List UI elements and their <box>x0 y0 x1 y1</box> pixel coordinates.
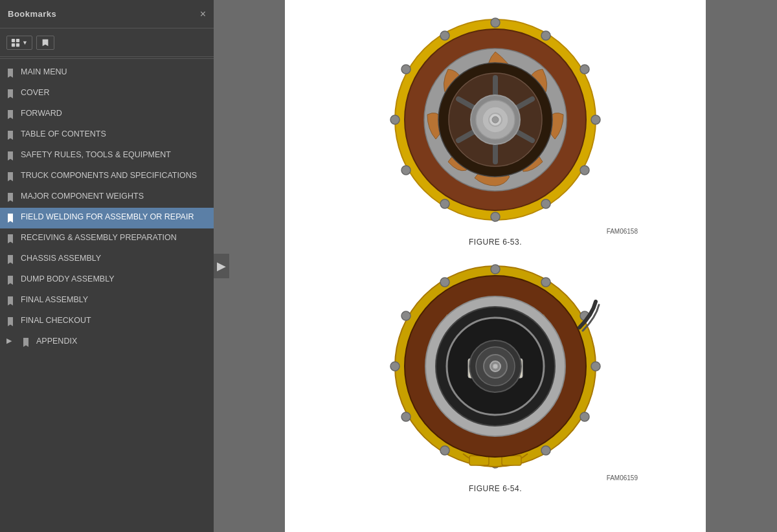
sidebar-item-main-menu[interactable]: MAIN MENU <box>0 63 214 83</box>
svg-point-13 <box>401 166 411 175</box>
svg-point-42 <box>390 362 400 371</box>
figure-6-53-caption: FIGURE 6-53. <box>469 238 522 247</box>
svg-rect-0 <box>12 38 15 41</box>
sidebar-title: Bookmarks <box>8 9 56 19</box>
sidebar-divider <box>0 58 214 59</box>
sidebar-item-chassis-assembly[interactable]: CHASSIS ASSEMBLY <box>0 249 214 270</box>
bookmark-icon-safety <box>6 150 16 162</box>
document-page: FAM06158 FIGURE 6-53. <box>285 0 706 532</box>
figure-6-54-caption: FIGURE 6-54. <box>469 484 522 493</box>
main-content: ▶ <box>214 0 777 532</box>
figure-6-53-block: FAM06158 FIGURE 6-53. <box>311 13 680 247</box>
bookmark-icon-welding <box>6 212 16 224</box>
svg-point-40 <box>440 446 449 455</box>
svg-point-15 <box>401 65 411 74</box>
bookmark-icon-final-assembly <box>6 295 16 307</box>
sidebar: Bookmarks × ▼ MAIN MENU <box>0 0 214 532</box>
bookmark-icon-main-menu <box>6 67 16 79</box>
svg-point-31 <box>492 116 499 123</box>
svg-point-9 <box>580 166 589 175</box>
bookmark-icon-cover <box>6 88 16 100</box>
bookmark-icon-dump-body <box>6 274 16 286</box>
expand-arrow-icon: ▶ <box>6 336 14 345</box>
svg-point-7 <box>580 65 589 74</box>
svg-point-43 <box>401 311 411 320</box>
figure-6-54-id: FAM06159 <box>353 474 638 482</box>
sidebar-item-safety-rules[interactable]: SAFETY RULES, TOOLS & EQUIPMENT <box>0 146 214 166</box>
svg-point-10 <box>541 199 550 208</box>
grid-icon <box>11 38 20 47</box>
sidebar-header: Bookmarks × <box>0 0 214 28</box>
sidebar-item-field-welding[interactable]: FIELD WELDING FOR ASSEMBLY OR REPAIR <box>0 208 214 228</box>
svg-point-11 <box>491 212 500 221</box>
sidebar-item-truck-components[interactable]: TRUCK COMPONENTS AND SPECIFICATIONS <box>0 166 214 187</box>
svg-point-5 <box>491 18 500 27</box>
svg-point-12 <box>440 199 449 208</box>
svg-point-33 <box>491 265 500 274</box>
svg-point-14 <box>390 115 400 124</box>
sidebar-item-receiving-assembly[interactable]: RECEIVING & ASSEMBLY PREPARATION <box>0 228 214 249</box>
sidebar-item-appendix[interactable]: ▶ APPENDIX <box>0 332 214 353</box>
svg-point-36 <box>591 362 600 371</box>
svg-point-37 <box>580 412 589 421</box>
expand-arrow-icon: ▼ <box>22 39 28 46</box>
bookmark-icon-receiving <box>6 233 16 245</box>
sidebar-item-dump-body[interactable]: DUMP BODY ASSEMBLY <box>0 270 214 291</box>
figure-6-54-image: COMPONENT SPECIFICATIONS <box>353 260 638 473</box>
figure-6-53-id: FAM06158 <box>353 228 638 235</box>
svg-point-44 <box>440 278 449 287</box>
svg-point-41 <box>401 412 411 421</box>
svg-point-16 <box>440 31 449 40</box>
figure-6-53-image <box>353 13 638 227</box>
sidebar-item-final-checkout[interactable]: FINAL CHECKOUT <box>0 311 214 332</box>
sidebar-toolbar: ▼ <box>0 28 214 57</box>
bookmark-icon-appendix <box>22 337 31 348</box>
svg-rect-2 <box>12 43 15 46</box>
bookmark-search-button[interactable] <box>36 36 54 50</box>
bookmark-icon-forward <box>6 109 16 120</box>
bookmark-icon-chassis <box>6 254 16 265</box>
sidebar-item-cover[interactable]: COVER <box>0 83 214 104</box>
bookmark-icon-toc <box>6 129 16 141</box>
svg-point-6 <box>541 31 550 40</box>
svg-point-34 <box>541 278 550 287</box>
close-button[interactable]: × <box>200 9 206 19</box>
svg-rect-3 <box>16 43 19 46</box>
bookmark-icon-weights <box>6 192 16 203</box>
svg-point-58 <box>493 364 498 369</box>
figure-6-54-block: COMPONENT SPECIFICATIONS FAM06159 FIGURE… <box>311 260 680 493</box>
sidebar-item-major-weights[interactable]: MAJOR COMPONENT WEIGHTS <box>0 187 214 208</box>
sidebar-item-final-assembly[interactable]: FINAL ASSEMBLY <box>0 291 214 311</box>
page-arrow-button[interactable]: ▶ <box>214 254 229 278</box>
svg-rect-1 <box>16 38 19 41</box>
expand-all-button[interactable]: ▼ <box>6 36 32 50</box>
sidebar-item-table-of-contents[interactable]: TABLE OF CONTENTS <box>0 125 214 146</box>
bookmark-icon-truck <box>6 171 16 183</box>
sidebar-nav: MAIN MENU COVER FORWARD TABLE OF CONTENT… <box>0 60 214 532</box>
bookmark-icon-final-checkout <box>6 316 16 327</box>
bookmark-icon <box>41 38 50 47</box>
sidebar-item-forward[interactable]: FORWARD <box>0 104 214 125</box>
svg-point-8 <box>591 115 600 124</box>
svg-point-38 <box>541 446 550 455</box>
